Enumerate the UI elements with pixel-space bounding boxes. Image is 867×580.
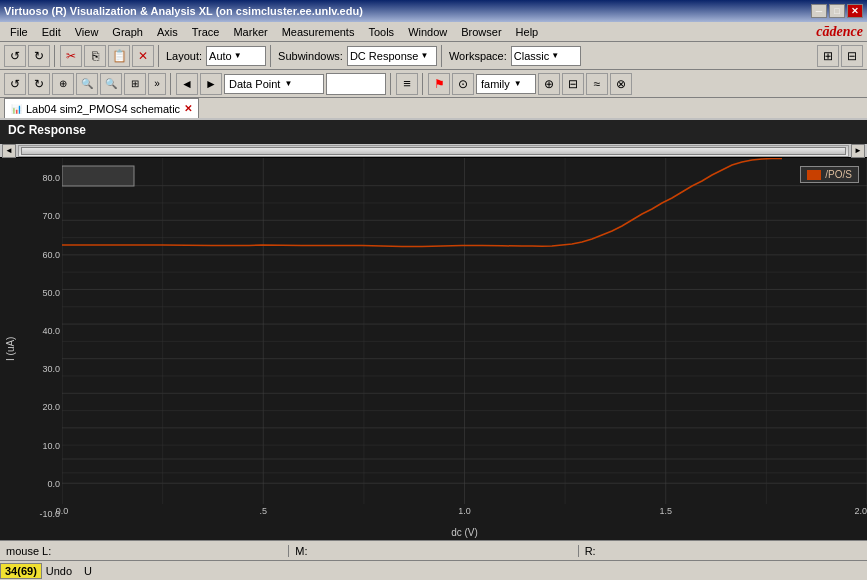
menu-axis[interactable]: Axis — [151, 24, 184, 40]
tab-close-button[interactable]: ✕ — [184, 103, 192, 114]
tb-copy-btn[interactable]: ⎘ — [84, 45, 106, 67]
tb2-nav-fwd[interactable]: ► — [200, 73, 222, 95]
legend-label: /PO/S — [825, 169, 852, 180]
tb2-icon6[interactable]: ⊗ — [610, 73, 632, 95]
undo-bar: 34(69) Undo U — [0, 560, 867, 580]
layout-label: Layout: — [166, 50, 202, 62]
menu-help[interactable]: Help — [510, 24, 545, 40]
workspace-dropdown[interactable]: Classic ▼ — [511, 46, 581, 66]
svg-area: /PO/S — [62, 158, 867, 504]
tb2-btn1[interactable]: ↺ — [4, 73, 26, 95]
hscrollbar[interactable]: ◄ ► — [0, 144, 867, 158]
menu-edit[interactable]: Edit — [36, 24, 67, 40]
tb-sep3 — [270, 45, 272, 67]
scroll-track[interactable] — [18, 145, 849, 157]
menu-browser[interactable]: Browser — [455, 24, 507, 40]
menu-marker[interactable]: Marker — [227, 24, 273, 40]
tb2-icon3[interactable]: ⊕ — [538, 73, 560, 95]
scroll-left-arrow[interactable]: ◄ — [2, 144, 16, 158]
toolbar2: ↺ ↻ ⊕ 🔍 🔍 ⊞ » ◄ ► Data Point ▼ ≡ ⚑ ⊙ fam… — [0, 70, 867, 98]
tb-cut-btn[interactable]: ✂ — [60, 45, 82, 67]
undo-action: Undo — [46, 565, 72, 577]
title-bar: Virtuoso (R) Visualization & Analysis XL… — [0, 0, 867, 22]
status-mouse-right: R: — [579, 545, 867, 557]
tb-undo-btn[interactable]: ↺ — [4, 45, 26, 67]
toolbar1: ↺ ↻ ✂ ⎘ 📋 ✕ Layout: Auto ▼ Subwindows: D… — [0, 42, 867, 70]
scroll-right-arrow[interactable]: ► — [851, 144, 865, 158]
subwindows-label: Subwindows: — [278, 50, 343, 62]
tab-icon: 📊 — [11, 104, 22, 114]
tb2-nav-back[interactable]: ◄ — [176, 73, 198, 95]
menu-view[interactable]: View — [69, 24, 105, 40]
y-axis-label: I (uA) — [0, 158, 20, 540]
menu-trace[interactable]: Trace — [186, 24, 226, 40]
menu-graph[interactable]: Graph — [106, 24, 149, 40]
status-bar: mouse L: M: R: — [0, 540, 867, 560]
subwindows-dropdown[interactable]: DC Response ▼ — [347, 46, 437, 66]
menu-window[interactable]: Window — [402, 24, 453, 40]
tb2-icon5[interactable]: ≈ — [586, 73, 608, 95]
undo-shortcut: U — [84, 565, 92, 577]
tb-sep4 — [441, 45, 443, 67]
menu-measurements[interactable]: Measurements — [276, 24, 361, 40]
y-tick-labels: 80.0 70.0 60.0 50.0 40.0 30.0 20.0 10.0 … — [20, 158, 62, 540]
tb-redo-btn[interactable]: ↻ — [28, 45, 50, 67]
plot-container: DC Response ◄ ► I (uA) 80.0 70.0 60.0 50… — [0, 120, 867, 540]
tb-paste-btn[interactable]: 📋 — [108, 45, 130, 67]
x-axis-label: dc (V) — [451, 527, 478, 538]
menu-file[interactable]: File — [4, 24, 34, 40]
tb2-zoom-rect[interactable]: ⊞ — [124, 73, 146, 95]
tb2-sep1 — [170, 73, 172, 95]
datapoint-dropdown[interactable]: Data Point ▼ — [224, 74, 324, 94]
tb-right-icons: ⊞ ⊟ — [817, 45, 863, 67]
tb2-icon4[interactable]: ⊟ — [562, 73, 584, 95]
cadence-logo: cādence — [816, 24, 863, 40]
tb2-zoom-fit[interactable]: ⊕ — [52, 73, 74, 95]
tb-sep2 — [158, 45, 160, 67]
workspace-label: Workspace: — [449, 50, 507, 62]
chart-svg — [62, 158, 867, 504]
tb2-zoom-in[interactable]: 🔍 — [76, 73, 98, 95]
status-mouse-mid: M: — [289, 545, 578, 557]
tb2-sep2 — [390, 73, 392, 95]
main-window: Virtuoso (R) Visualization & Analysis XL… — [0, 0, 867, 580]
family-dropdown[interactable]: family ▼ — [476, 74, 536, 94]
maximize-button[interactable]: □ — [829, 4, 845, 18]
line-number: 34(69) — [0, 563, 42, 579]
chart-area: I (uA) 80.0 70.0 60.0 50.0 40.0 30.0 20.… — [0, 158, 867, 540]
menu-tools[interactable]: Tools — [362, 24, 400, 40]
tb-icon1[interactable]: ⊞ — [817, 45, 839, 67]
tb2-sep3 — [422, 73, 424, 95]
calc-button[interactable]: ≡ — [396, 73, 418, 95]
menu-bar: File Edit View Graph Axis Trace Marker M… — [0, 22, 867, 42]
title-text: Virtuoso (R) Visualization & Analysis XL… — [4, 5, 363, 17]
tb2-zoom-out[interactable]: 🔍 — [100, 73, 122, 95]
datapoint-input[interactable] — [326, 73, 386, 95]
tb-sep1 — [54, 45, 56, 67]
minimize-button[interactable]: ─ — [811, 4, 827, 18]
more-button[interactable]: » — [148, 73, 166, 95]
tab-bar: 📊 Lab04 sim2_PMOS4 schematic ✕ — [0, 98, 867, 120]
status-mouse-left: mouse L: — [0, 545, 289, 557]
dc-response-curve — [62, 159, 782, 247]
tab-label: Lab04 sim2_PMOS4 schematic — [26, 103, 180, 115]
close-button[interactable]: ✕ — [847, 4, 863, 18]
main-tab[interactable]: 📊 Lab04 sim2_PMOS4 schematic ✕ — [4, 98, 199, 118]
legend-box — [62, 166, 134, 186]
plot-canvas: /PO/S 0.0 .5 1.0 1.5 2.0 dc (V) — [62, 158, 867, 540]
tb2-btn2[interactable]: ↻ — [28, 73, 50, 95]
tb2-flag[interactable]: ⚑ — [428, 73, 450, 95]
tb2-icon2[interactable]: ⊙ — [452, 73, 474, 95]
plot-title: DC Response — [0, 120, 867, 144]
tb-icon2[interactable]: ⊟ — [841, 45, 863, 67]
title-bar-controls: ─ □ ✕ — [811, 4, 863, 18]
scroll-thumb[interactable] — [21, 147, 846, 155]
legend-swatch — [807, 170, 821, 180]
layout-dropdown[interactable]: Auto ▼ — [206, 46, 266, 66]
tb-delete-btn[interactable]: ✕ — [132, 45, 154, 67]
x-tick-labels: 0.0 .5 1.0 1.5 2.0 dc (V) — [62, 504, 867, 540]
legend: /PO/S — [800, 166, 859, 183]
